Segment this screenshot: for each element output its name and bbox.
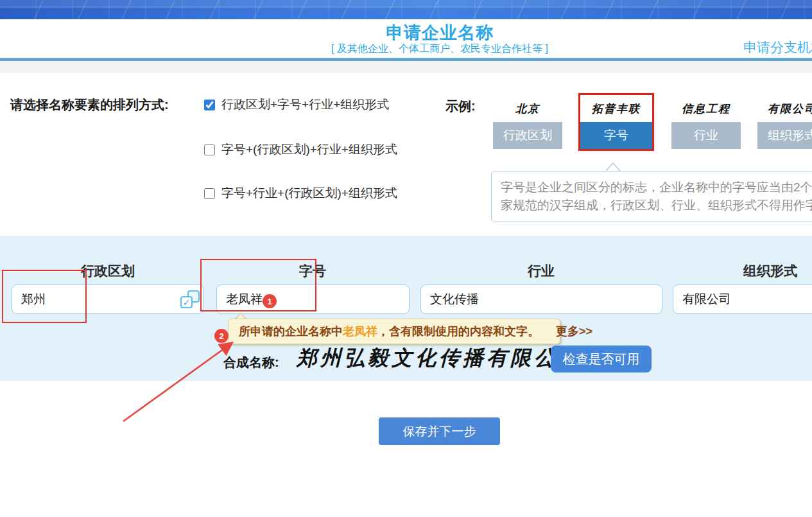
annotation-badge-1: 1 (263, 294, 277, 308)
warning-more-link[interactable]: 更多>> (556, 324, 592, 339)
arrangement-checkbox-3[interactable] (204, 188, 215, 199)
column-header-industry: 行业 (477, 262, 605, 280)
industry-input[interactable] (420, 285, 662, 314)
arrangement-label: 请选择名称要素的排列方式: (10, 96, 169, 114)
arrangement-checkbox-2[interactable] (204, 145, 215, 155)
arrangement-option-2[interactable]: 字号+(行政区划)+行业+组织形式 (204, 141, 397, 158)
arrangement-option-1[interactable]: 行政区划+字号+行业+组织形式 (204, 96, 389, 113)
example-card-industry: 信息工程 行业 (671, 95, 741, 149)
restricted-name-warning: 所申请的企业名称中老凤祥，含有限制使用的内容和文字。 更多>> (228, 319, 560, 344)
tradename-note-line1: 字号是企业之间区分的标志，企业名称中的字号应当由2个或2个 (501, 179, 812, 197)
column-header-orgform: 组织形式 (706, 262, 812, 280)
example-label: 示例: (445, 98, 476, 115)
example-card-region-value: 北京 (493, 95, 562, 122)
example-card-tradename-highlighted: 拓普丰联 字号 (578, 93, 654, 151)
annotation-rect-region (2, 270, 87, 323)
annotation-rect-tradename (200, 259, 316, 311)
annotation-badge-2: 2 (214, 329, 229, 343)
tradename-note-line2: 家规范的汉字组成，行政区划、行业、组织形式不得用作字号。 (501, 197, 812, 215)
arrangement-option-3-label[interactable]: 字号+行业+(行政区划)+组织形式 (221, 185, 397, 202)
save-next-button[interactable]: 保存并下一步 (379, 417, 500, 445)
example-card-orgform-value: 有限公司 (757, 95, 812, 122)
arrangement-checkbox-1[interactable] (204, 100, 215, 110)
composed-name-label: 合成名称: (223, 354, 279, 371)
branch-application-link[interactable]: 申请分支机构 (743, 39, 812, 57)
warning-prefix: 所申请的企业名称中 (239, 324, 343, 339)
tradename-note: 字号是企业之间区分的标志，企业名称中的字号应当由2个或2个 家规范的汉字组成，行… (491, 171, 812, 222)
page-title[interactable]: 申请企业名称 (308, 21, 571, 44)
orgform-input[interactable] (673, 285, 812, 314)
warning-highlighted-name: 老凤祥 (343, 324, 377, 339)
checkbox-front-icon: ✓ (180, 296, 193, 308)
example-card-tradename-category: 字号 (580, 122, 652, 149)
header-strip (0, 61, 812, 73)
page-subtitle: [ 及其他企业、个体工商户、农民专业合作社等 ] (292, 42, 587, 56)
note-pointer-arrow (605, 162, 621, 171)
example-card-orgform: 有限公司 组织形式 (757, 95, 812, 149)
top-banner (0, 0, 812, 19)
arrangement-option-1-label[interactable]: 行政区划+字号+行业+组织形式 (221, 96, 389, 113)
composed-name-value: 郑州弘毅文化传播有限公司 (297, 344, 582, 372)
example-card-industry-value: 信息工程 (671, 95, 741, 122)
arrangement-option-2-label[interactable]: 字号+(行政区划)+行业+组织形式 (221, 141, 397, 158)
arrangement-option-3[interactable]: 字号+行业+(行政区划)+组织形式 (204, 185, 397, 202)
example-card-region: 北京 行政区划 (493, 95, 562, 149)
name-application-page: 申请企业名称 [ 及其他企业、个体工商户、农民专业合作社等 ] 申请分支机构 请… (0, 0, 812, 517)
stacked-checkbox-picker-icon[interactable]: ✓ (180, 290, 200, 308)
check-availability-button[interactable]: 检查是否可用 (551, 346, 652, 372)
example-card-tradename-value: 拓普丰联 (580, 95, 652, 122)
warning-suffix: ，含有限制使用的内容和文字。 (377, 324, 539, 339)
example-card-industry-category: 行业 (671, 122, 741, 149)
example-card-orgform-category: 组织形式 (757, 122, 812, 149)
example-card-region-category: 行政区划 (493, 122, 562, 149)
